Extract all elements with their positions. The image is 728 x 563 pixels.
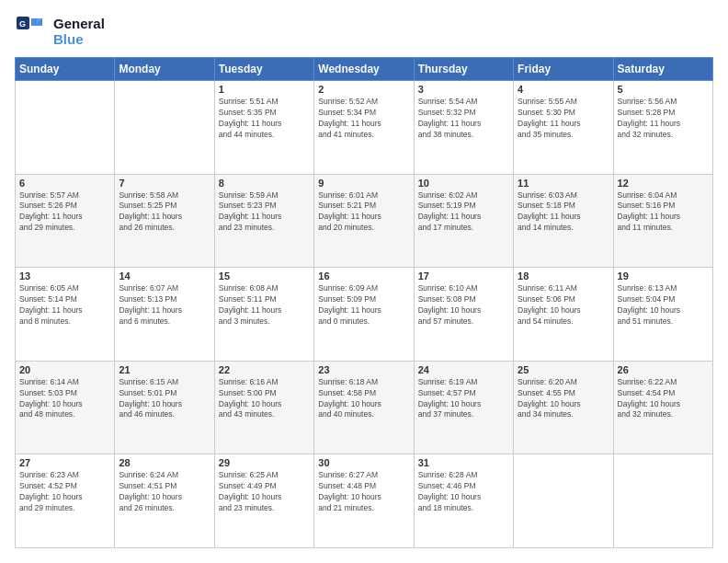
- day-number: 13: [19, 270, 110, 282]
- day-number: 25: [518, 364, 609, 375]
- day-info: Sunrise: 6:11 AM Sunset: 5:06 PM Dayligh…: [518, 283, 609, 327]
- calendar-cell: 14Sunrise: 6:07 AM Sunset: 5:13 PM Dayli…: [115, 268, 214, 362]
- weekday-header-monday: Monday: [115, 58, 214, 81]
- calendar-week-1: 1Sunrise: 5:51 AM Sunset: 5:35 PM Daylig…: [16, 81, 713, 175]
- day-number: 4: [518, 84, 609, 95]
- day-info: Sunrise: 6:07 AM Sunset: 5:13 PM Dayligh…: [119, 283, 210, 327]
- day-number: 9: [318, 178, 409, 189]
- calendar-cell: 24Sunrise: 6:19 AM Sunset: 4:57 PM Dayli…: [414, 361, 513, 454]
- weekday-header-row: SundayMondayTuesdayWednesdayThursdayFrid…: [16, 58, 713, 81]
- day-number: 11: [518, 178, 609, 189]
- calendar-cell: 8Sunrise: 5:59 AM Sunset: 5:23 PM Daylig…: [214, 174, 313, 268]
- calendar-week-5: 27Sunrise: 6:23 AM Sunset: 4:52 PM Dayli…: [16, 454, 713, 548]
- calendar-cell: 22Sunrise: 6:16 AM Sunset: 5:00 PM Dayli…: [214, 361, 313, 454]
- day-info: Sunrise: 5:55 AM Sunset: 5:30 PM Dayligh…: [518, 97, 609, 141]
- calendar-cell: 27Sunrise: 6:23 AM Sunset: 4:52 PM Dayli…: [16, 454, 115, 548]
- day-info: Sunrise: 6:05 AM Sunset: 5:14 PM Dayligh…: [19, 283, 110, 327]
- calendar-cell: 29Sunrise: 6:25 AM Sunset: 4:49 PM Dayli…: [214, 454, 313, 548]
- calendar-cell: 3Sunrise: 5:54 AM Sunset: 5:32 PM Daylig…: [414, 81, 513, 175]
- day-info: Sunrise: 6:08 AM Sunset: 5:11 PM Dayligh…: [219, 283, 310, 327]
- day-info: Sunrise: 6:09 AM Sunset: 5:09 PM Dayligh…: [318, 283, 409, 327]
- calendar-cell: 6Sunrise: 5:57 AM Sunset: 5:26 PM Daylig…: [16, 174, 115, 268]
- day-info: Sunrise: 6:02 AM Sunset: 5:19 PM Dayligh…: [418, 190, 509, 235]
- calendar-cell: 15Sunrise: 6:08 AM Sunset: 5:11 PM Dayli…: [214, 268, 313, 362]
- calendar-cell: 26Sunrise: 6:22 AM Sunset: 4:54 PM Dayli…: [613, 361, 712, 454]
- day-number: 12: [618, 178, 709, 189]
- calendar-cell: 19Sunrise: 6:13 AM Sunset: 5:04 PM Dayli…: [613, 268, 712, 362]
- day-info: Sunrise: 6:18 AM Sunset: 4:58 PM Dayligh…: [318, 377, 409, 421]
- day-info: Sunrise: 6:04 AM Sunset: 5:16 PM Dayligh…: [618, 190, 709, 235]
- day-number: 2: [318, 84, 409, 95]
- day-info: Sunrise: 6:13 AM Sunset: 5:04 PM Dayligh…: [618, 283, 709, 327]
- day-info: Sunrise: 6:24 AM Sunset: 4:51 PM Dayligh…: [119, 470, 210, 514]
- weekday-header-sunday: Sunday: [16, 58, 115, 81]
- day-number: 27: [19, 457, 110, 468]
- calendar-week-3: 13Sunrise: 6:05 AM Sunset: 5:14 PM Dayli…: [16, 268, 713, 362]
- day-info: Sunrise: 5:52 AM Sunset: 5:34 PM Dayligh…: [318, 97, 409, 141]
- calendar-cell: 30Sunrise: 6:27 AM Sunset: 4:48 PM Dayli…: [314, 454, 414, 548]
- day-info: Sunrise: 6:10 AM Sunset: 5:08 PM Dayligh…: [418, 283, 509, 327]
- day-number: 31: [418, 457, 509, 468]
- calendar-cell: 31Sunrise: 6:28 AM Sunset: 4:46 PM Dayli…: [414, 454, 513, 548]
- day-number: 17: [418, 270, 509, 282]
- logo-svg: G: [15, 15, 48, 48]
- logo: G General Blue: [15, 15, 105, 48]
- logo-general: General: [53, 16, 105, 31]
- calendar-cell: [514, 454, 613, 548]
- weekday-header-saturday: Saturday: [613, 58, 712, 81]
- day-info: Sunrise: 6:27 AM Sunset: 4:48 PM Dayligh…: [318, 470, 409, 514]
- calendar-cell: 23Sunrise: 6:18 AM Sunset: 4:58 PM Dayli…: [314, 361, 414, 454]
- calendar-cell: 17Sunrise: 6:10 AM Sunset: 5:08 PM Dayli…: [414, 268, 513, 362]
- day-info: Sunrise: 6:22 AM Sunset: 4:54 PM Dayligh…: [618, 377, 709, 421]
- calendar-cell: 2Sunrise: 5:52 AM Sunset: 5:34 PM Daylig…: [314, 81, 414, 175]
- calendar-cell: 21Sunrise: 6:15 AM Sunset: 5:01 PM Dayli…: [115, 361, 214, 454]
- day-number: 5: [618, 84, 709, 95]
- calendar-cell: 25Sunrise: 6:20 AM Sunset: 4:55 PM Dayli…: [514, 361, 613, 454]
- day-info: Sunrise: 6:01 AM Sunset: 5:21 PM Dayligh…: [318, 190, 409, 235]
- calendar-cell: [16, 81, 115, 175]
- day-number: 19: [618, 270, 709, 282]
- calendar-week-2: 6Sunrise: 5:57 AM Sunset: 5:26 PM Daylig…: [16, 174, 713, 268]
- day-number: 29: [219, 457, 310, 468]
- day-info: Sunrise: 6:16 AM Sunset: 5:00 PM Dayligh…: [219, 377, 310, 421]
- day-info: Sunrise: 6:14 AM Sunset: 5:03 PM Dayligh…: [19, 377, 110, 421]
- day-number: 6: [19, 178, 110, 189]
- day-number: 16: [318, 270, 409, 282]
- day-info: Sunrise: 6:23 AM Sunset: 4:52 PM Dayligh…: [19, 470, 110, 514]
- day-info: Sunrise: 5:56 AM Sunset: 5:28 PM Dayligh…: [618, 97, 709, 141]
- day-number: 21: [119, 364, 210, 375]
- day-info: Sunrise: 6:20 AM Sunset: 4:55 PM Dayligh…: [518, 377, 609, 421]
- day-info: Sunrise: 5:51 AM Sunset: 5:35 PM Dayligh…: [219, 97, 310, 141]
- day-info: Sunrise: 5:54 AM Sunset: 5:32 PM Dayligh…: [418, 97, 509, 141]
- weekday-header-thursday: Thursday: [414, 58, 513, 81]
- day-number: 14: [119, 270, 210, 282]
- weekday-header-friday: Friday: [514, 58, 613, 81]
- day-info: Sunrise: 6:25 AM Sunset: 4:49 PM Dayligh…: [219, 470, 310, 514]
- calendar-cell: 12Sunrise: 6:04 AM Sunset: 5:16 PM Dayli…: [613, 174, 712, 268]
- day-number: 28: [119, 457, 210, 468]
- calendar-cell: 5Sunrise: 5:56 AM Sunset: 5:28 PM Daylig…: [613, 81, 712, 175]
- day-number: 30: [318, 457, 409, 468]
- day-number: 8: [219, 178, 310, 189]
- day-number: 26: [618, 364, 709, 375]
- calendar-cell: 18Sunrise: 6:11 AM Sunset: 5:06 PM Dayli…: [514, 268, 613, 362]
- day-number: 10: [418, 178, 509, 189]
- calendar-table: SundayMondayTuesdayWednesdayThursdayFrid…: [15, 57, 713, 548]
- day-number: 15: [219, 270, 310, 282]
- logo-blue: Blue: [53, 31, 105, 47]
- page-header: G General Blue: [15, 15, 713, 48]
- day-number: 23: [318, 364, 409, 375]
- calendar-cell: 4Sunrise: 5:55 AM Sunset: 5:30 PM Daylig…: [514, 81, 613, 175]
- svg-text:G: G: [19, 19, 26, 29]
- day-number: 22: [219, 364, 310, 375]
- day-info: Sunrise: 6:03 AM Sunset: 5:18 PM Dayligh…: [518, 190, 609, 235]
- calendar-cell: [613, 454, 712, 548]
- day-number: 24: [418, 364, 509, 375]
- calendar-cell: 10Sunrise: 6:02 AM Sunset: 5:19 PM Dayli…: [414, 174, 513, 268]
- day-number: 20: [19, 364, 110, 375]
- weekday-header-wednesday: Wednesday: [314, 58, 414, 81]
- calendar-cell: 16Sunrise: 6:09 AM Sunset: 5:09 PM Dayli…: [314, 268, 414, 362]
- day-number: 18: [518, 270, 609, 282]
- day-number: 3: [418, 84, 509, 95]
- calendar-cell: 7Sunrise: 5:58 AM Sunset: 5:25 PM Daylig…: [115, 174, 214, 268]
